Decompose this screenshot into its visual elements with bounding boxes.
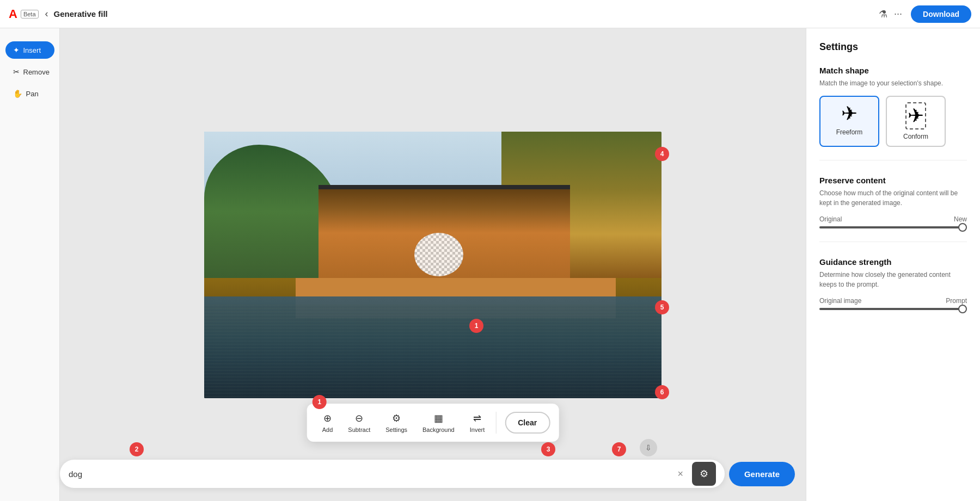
add-button[interactable]: ⊕ Add <box>316 409 340 436</box>
prompt-container: × ⚙ <box>60 460 725 488</box>
match-shape-section: Match shape Match the image to your sele… <box>819 66 967 160</box>
settings-icon: ⚙ <box>392 412 401 424</box>
badge-7: 7 <box>612 442 626 456</box>
preserve-slider-right-label: New <box>954 215 967 223</box>
settings-tool-label: Settings <box>385 426 407 433</box>
background-button[interactable]: ▦ Background <box>416 409 461 436</box>
tool-remove-label: Remove <box>23 68 50 76</box>
freeform-label: Freeform <box>836 128 863 136</box>
topbar: A Beta ‹ Generative fill ⚗ ··· Download <box>0 0 980 28</box>
generate-button[interactable]: Generate <box>729 462 795 486</box>
invert-button[interactable]: ⇌ Invert <box>463 409 492 436</box>
match-shape-options: ✈ Freeform ✈ Conform <box>819 96 967 147</box>
badge-6: 6 <box>655 385 669 399</box>
tool-insert-label: Insert <box>23 46 41 54</box>
left-toolbar: ✦ Insert ✂ Remove ✋ Pan <box>0 28 60 501</box>
back-button[interactable]: ‹ <box>45 8 48 20</box>
image-container[interactable]: 1 4 5 6 1 ⊕ Add ⊖ Subtract ⚙ Settings ▦ <box>204 132 661 398</box>
guidance-slider-left-label: Original image <box>819 297 861 305</box>
insert-icon: ✦ <box>13 46 20 54</box>
download-button[interactable]: Download <box>911 5 971 23</box>
bottom-bar: 2 3 7 × ⚙ Generate <box>60 460 795 488</box>
pan-icon: ✋ <box>13 89 22 98</box>
preserve-slider-track[interactable] <box>819 226 967 228</box>
guidance-slider-thumb[interactable] <box>958 305 967 313</box>
invert-label: Invert <box>470 426 485 433</box>
add-label: Add <box>322 426 333 433</box>
guidance-strength-title: Guidance strength <box>819 257 967 267</box>
badge-5: 5 <box>655 300 669 314</box>
clear-prompt-button[interactable]: × <box>677 468 683 480</box>
page-title: Generative fill <box>54 9 108 18</box>
preserve-content-title: Preserve content <box>819 176 967 185</box>
badge-1-canvas: 1 <box>469 319 483 333</box>
subtract-icon: ⊖ <box>355 412 363 424</box>
badge-1-toolbar: 1 <box>313 395 327 409</box>
guidance-slider-right-label: Prompt <box>946 297 967 305</box>
conform-plane-icon: ✈ <box>905 102 926 129</box>
invert-icon: ⇌ <box>473 412 481 424</box>
tool-pan-label: Pan <box>26 90 39 98</box>
match-shape-title: Match shape <box>819 66 967 75</box>
preserve-slider-left-label: Original <box>819 215 842 223</box>
guidance-strength-section: Guidance strength Determine how closely … <box>819 257 967 323</box>
prompt-settings-button[interactable]: ⚙ <box>692 462 716 486</box>
prompt-input[interactable] <box>69 469 677 479</box>
subtract-button[interactable]: ⊖ Subtract <box>341 409 377 436</box>
tool-insert[interactable]: ✦ Insert <box>5 41 54 59</box>
remove-icon: ✂ <box>13 67 20 76</box>
mask-area <box>414 233 463 276</box>
tool-remove[interactable]: ✂ Remove <box>5 63 54 81</box>
preserve-content-section: Preserve content Choose how much of the … <box>819 176 967 242</box>
subtract-label: Subtract <box>348 426 370 433</box>
badge-2: 2 <box>130 442 144 456</box>
main-image <box>204 132 661 398</box>
add-icon: ⊕ <box>323 412 332 424</box>
badge-4: 4 <box>655 147 669 161</box>
preserve-slider-fill <box>819 226 959 228</box>
preserve-content-desc: Choose how much of the original content … <box>819 188 967 208</box>
floating-toolbar: 1 ⊕ Add ⊖ Subtract ⚙ Settings ▦ Backgrou… <box>307 404 559 442</box>
settings-tool-button[interactable]: ⚙ Settings <box>379 409 414 436</box>
toolbar-divider <box>495 412 496 434</box>
guidance-slider-container: Original image Prompt <box>819 297 967 310</box>
tool-pan[interactable]: ✋ Pan <box>5 85 54 102</box>
preserve-slider-container: Original New <box>819 215 967 228</box>
more-menu-button[interactable]: ··· <box>894 8 902 20</box>
canvas-area: 1 4 5 6 1 ⊕ Add ⊖ Subtract ⚙ Settings ▦ <box>60 28 806 501</box>
badge-3: 3 <box>541 442 555 456</box>
background-label: Background <box>422 426 455 433</box>
background-icon: ▦ <box>434 412 443 424</box>
freeform-option[interactable]: ✈ Freeform <box>819 96 879 147</box>
right-panel: Settings Match shape Match the image to … <box>806 28 980 501</box>
conform-option[interactable]: ✈ Conform <box>886 96 946 147</box>
match-shape-desc: Match the image to your selection's shap… <box>819 78 967 88</box>
guidance-strength-desc: Determine how closely the generated cont… <box>819 270 967 289</box>
sliders-icon: ⚙ <box>700 468 708 480</box>
clear-button[interactable]: Clear <box>505 412 550 434</box>
preserve-slider-thumb[interactable] <box>958 223 967 232</box>
guidance-slider-track[interactable] <box>819 308 967 310</box>
scroll-indicator[interactable]: ⇩ <box>640 439 657 456</box>
freeform-plane-icon: ✈ <box>841 102 857 125</box>
guidance-slider-fill <box>819 308 959 310</box>
settings-title: Settings <box>819 41 967 53</box>
flask-icon: ⚗ <box>879 8 887 20</box>
conform-label: Conform <box>903 133 928 140</box>
adobe-logo: A <box>9 7 17 21</box>
beta-badge: Beta <box>21 10 39 18</box>
